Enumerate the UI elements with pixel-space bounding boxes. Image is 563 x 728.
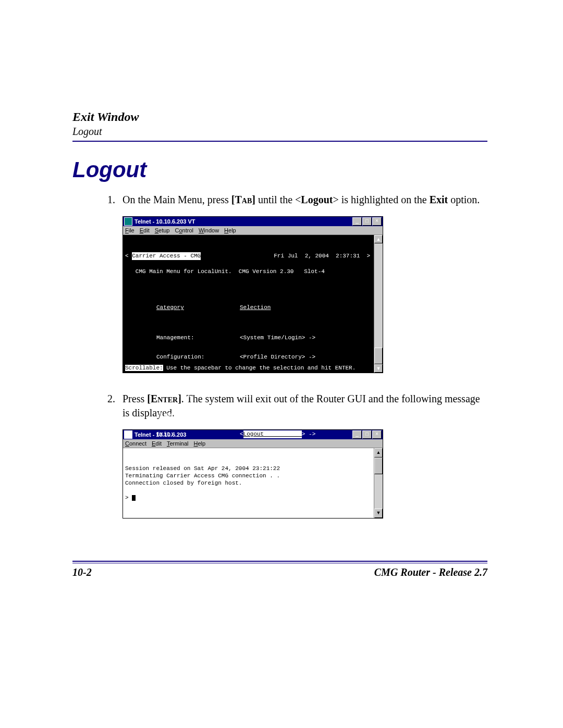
main-menu-title: CMG Main Menu for LocalUnit. CMG Version… [136, 268, 325, 275]
terminal-1-title: Telnet - 10.10.6.203 VT [134, 218, 352, 225]
col-header-category: Category [156, 304, 240, 312]
step-1-number: 1. [72, 193, 123, 207]
product-name: CMG Router - Release 2.7 [374, 566, 487, 578]
close-button[interactable]: × [372, 217, 382, 226]
logout-highlight: Logout [243, 430, 302, 438]
telnet-icon [124, 217, 132, 226]
scroll-up-icon[interactable]: ▲ [374, 235, 383, 243]
col-header-selection: Selection [240, 304, 328, 312]
menu-setup[interactable]: Setup [155, 227, 170, 233]
cursor-icon [132, 495, 136, 501]
menu-row-management[interactable]: Management:<System Time/Login> -> [156, 334, 383, 342]
terminal-1-titlebar[interactable]: Telnet - 10.10.6.203 VT _ □ × [123, 217, 383, 226]
page-number: 10-2 [72, 566, 92, 578]
menu-row-verification[interactable]: Verification:<Ping Utility > -> [156, 373, 383, 380]
menu-control[interactable]: Control [175, 227, 193, 233]
step-1: 1. On the Main Menu, press [Tab] until t… [72, 193, 487, 207]
menu-file[interactable]: File [125, 227, 134, 233]
terminal-1-screenshot: Telnet - 10.10.6.203 VT _ □ × File Edit … [123, 216, 487, 373]
scroll-down-icon[interactable]: ▼ [374, 509, 383, 518]
closed-line: Connection closed by foreign host. [125, 480, 242, 486]
menu-window[interactable]: Window [199, 227, 219, 233]
terminal-datetime: Fri Jul 2, 2004 2:37:31 [274, 253, 360, 259]
terminating-line: Terminating Carrier Access CMG connectio… [125, 473, 284, 479]
menu-row-configuration[interactable]: Configuration:<Profile Directory> -> [156, 353, 383, 361]
menu-row-exit[interactable]: Exit:<Logout > -> [156, 430, 383, 438]
header-subtitle: Logout [72, 125, 487, 138]
scroll-down-icon[interactable]: ▼ [374, 364, 383, 373]
footer-rule-2 [72, 563, 487, 563]
scroll-thumb[interactable] [374, 458, 383, 474]
terminal-1-menubar: File Edit Setup Control Window Help [123, 226, 383, 235]
menu-row-statistics[interactable]: Statistics:<Run-time > -> [156, 392, 383, 400]
carrier-banner: Carrier Access - CMG [132, 252, 201, 260]
menu-help[interactable]: Help [224, 227, 236, 233]
header-title: Exit Window [72, 109, 487, 124]
scroll-hint: Scrollable: Use the spacebar to change t… [125, 364, 356, 372]
maximize-button[interactable]: □ [362, 217, 372, 226]
prompt: > [125, 495, 132, 501]
scroll-up-icon[interactable]: ▲ [374, 448, 383, 458]
menu-edit[interactable]: Edit [140, 227, 150, 233]
menu-row-system-reports[interactable]: System Reports:<Events > -> [156, 411, 383, 419]
minimize-button[interactable]: _ [352, 217, 362, 226]
footer-rule-1 [72, 561, 487, 562]
page-heading: Logout [72, 157, 487, 182]
step-2-number: 2. [72, 392, 123, 420]
scroll-thumb[interactable] [374, 348, 383, 364]
terminal-2-scrollbar[interactable]: ▲ ▼ [374, 448, 383, 518]
page-footer: 10-2 CMG Router - Release 2.7 [72, 561, 487, 578]
step-1-text: On the Main Menu, press [Tab] until the … [123, 193, 487, 207]
terminal-1-scrollbar[interactable]: ▲ ▼ [374, 235, 383, 373]
header-rule [72, 141, 487, 142]
session-released-line: Session released on Sat Apr 24, 2004 23:… [125, 465, 280, 472]
